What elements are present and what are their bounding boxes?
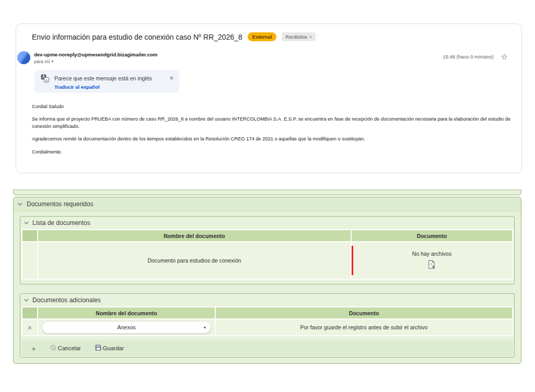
recipient-label: para mí <box>34 59 50 64</box>
chevron-down-icon <box>17 201 23 207</box>
email-paragraph: Cordialmente. <box>32 149 517 156</box>
row-delete-cell: × <box>22 319 37 335</box>
documentos-requeridos-panel: Documentos requeridos Lista de documento… <box>13 197 521 364</box>
upload-file-icon[interactable] <box>427 260 437 270</box>
add-row-button[interactable]: + <box>31 345 36 352</box>
subgroup-title: Lista de documentos <box>32 219 90 227</box>
documentos-adicionales-panel: Documentos adicionales Nombre del docume… <box>20 293 515 358</box>
cancel-label: Cancelar <box>58 345 81 351</box>
timestamp: 15:48 (hace 0 minutos) <box>443 54 493 60</box>
additional-documents-table: Nombre del documento Documento × Anexos … <box>21 306 513 336</box>
star-icon[interactable]: ☆ <box>501 53 508 61</box>
close-translate-icon[interactable]: × <box>169 74 173 82</box>
chevron-down-icon: ▾ <box>52 60 54 64</box>
row-selector-cell <box>22 242 37 279</box>
email-body: Cordial Saludo Se informa que el proyect… <box>32 103 517 161</box>
selector-column-header <box>22 307 37 318</box>
column-header-nombre: Nombre del documento <box>38 230 351 241</box>
table-row: × Anexos ▾ Por favor guarde el registro … <box>22 319 512 335</box>
translate-icon: A a <box>41 74 49 82</box>
group-header-lista-de-documentos[interactable]: Lista de documentos <box>20 217 514 229</box>
sender-avatar[interactable] <box>17 51 30 64</box>
chevron-down-icon <box>24 220 29 226</box>
email-paragraph: Agradecemos remitir la documentación den… <box>32 136 517 142</box>
column-header-documento: Documento <box>216 307 512 318</box>
translate-banner: A a Parece que este mensaje está en ingl… <box>34 70 179 93</box>
label-chip-text: Recibidos <box>285 34 307 40</box>
group-header-documentos-adicionales[interactable]: Documentos adicionales <box>20 294 514 306</box>
sender-email: dev-upme-noreply@upmesendgrid.bizagimail… <box>34 52 157 57</box>
column-header-nombre: Nombre del documento <box>38 307 215 318</box>
required-documents-table: Nombre del documento Documento Documento… <box>21 229 513 280</box>
table-actions-bar: + Cancelar <box>21 340 513 356</box>
cancel-icon <box>50 345 56 352</box>
subgroup-title: Documentos adicionales <box>32 296 101 304</box>
document-upload-cell: No hay archivos <box>352 242 512 279</box>
delete-row-icon[interactable]: × <box>28 323 32 332</box>
no-files-text: No hay archivos <box>354 251 510 257</box>
message-meta: 15:48 (hace 0 minutos) ☆ <box>443 53 508 61</box>
group-header-documentos-requeridos[interactable]: Documentos requeridos <box>14 197 521 211</box>
selected-option: Anexos <box>117 324 135 330</box>
email-paragraph: Cordial Saludo <box>32 103 517 110</box>
column-header-documento: Documento <box>352 230 512 241</box>
remove-label-icon[interactable]: × <box>309 34 312 40</box>
group-title: Documentos requeridos <box>27 200 93 208</box>
email-message-card: Envio información para estudio de conexi… <box>16 23 522 173</box>
document-type-select[interactable]: Anexos ▾ <box>42 321 211 334</box>
save-icon <box>95 345 101 352</box>
cancel-button[interactable]: Cancelar <box>50 345 81 352</box>
collapsed-panel-bottom-edge <box>13 189 521 195</box>
save-label: Guardar <box>103 345 124 351</box>
subject-row: Envio información para estudio de conexi… <box>32 32 511 41</box>
email-subject: Envio información para estudio de conexi… <box>32 33 242 41</box>
label-chip-recibidos[interactable]: Recibidos × <box>282 32 316 41</box>
table-header-row: Nombre del documento Documento <box>22 230 512 241</box>
translate-row: A a Parece que este mensaje está en ingl… <box>34 70 179 82</box>
lista-de-documentos-panel: Lista de documentos Nombre del documento… <box>20 216 515 284</box>
external-badge: External <box>248 32 277 41</box>
email-paragraph: Se informa que el proyecto PRUEBA con nú… <box>32 116 517 130</box>
document-name-cell: Documento para estudios de conexión <box>38 242 351 279</box>
save-button[interactable]: Guardar <box>95 345 124 352</box>
recipient-details-toggle[interactable]: para mí ▾ <box>34 59 157 64</box>
translate-link[interactable]: Traducir al español <box>54 84 100 90</box>
document-name-cell: Anexos ▾ <box>38 319 215 335</box>
selector-column-header <box>22 230 37 241</box>
document-message-cell: Por favor guarde el registro antes de su… <box>216 319 512 335</box>
chevron-down-icon <box>24 298 29 303</box>
svg-text:a: a <box>45 78 48 82</box>
sender-block: dev-upme-noreply@upmesendgrid.bizagimail… <box>34 52 157 64</box>
translate-message: Parece que este mensaje está en inglés <box>54 75 152 81</box>
select-caret-icon: ▾ <box>204 325 206 330</box>
table-header-row: Nombre del documento Documento <box>22 307 512 318</box>
group-body: Lista de documentos Nombre del documento… <box>14 211 521 358</box>
table-row: Documento para estudios de conexión No h… <box>22 242 512 279</box>
required-indicator <box>352 246 353 275</box>
